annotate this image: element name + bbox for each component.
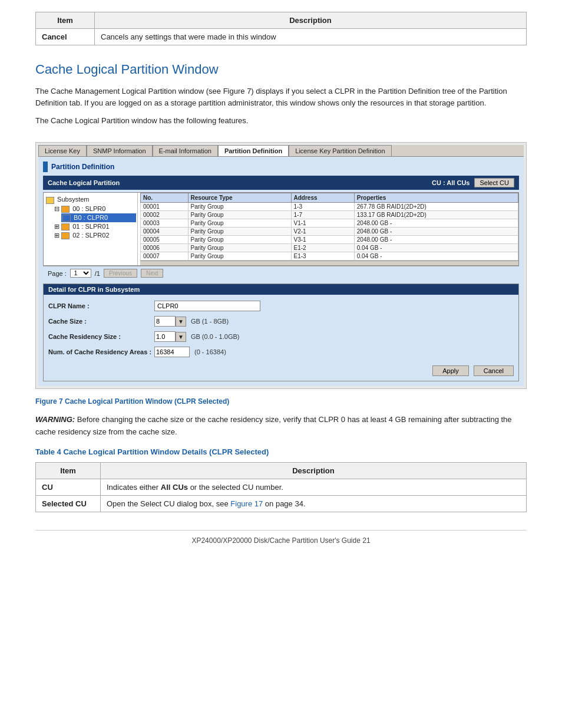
select-cu-button[interactable]: Select CU: [474, 178, 514, 187]
cache-size-hint: GB (1 - 8GB): [191, 318, 229, 325]
desc-selected-cu: Open the Select CU dialog box, see Figur…: [101, 495, 527, 512]
page-of: /1: [95, 270, 100, 277]
top-table: Item Description Cancel Cancels any sett…: [35, 12, 527, 45]
cancel-button[interactable]: Cancel: [474, 365, 514, 376]
tree-panel: Subsystem ⊟ 00 : SLPR0 B0 : CLPR0 ⊞ 01 :…: [44, 193, 138, 265]
warning-label: WARNING:: [35, 415, 75, 424]
num-areas-hint: (0 - 16384): [194, 348, 226, 355]
tab-snmp-info[interactable]: SNMP Information: [87, 145, 153, 156]
table-row: CU Indicates either All CUs or the selec…: [36, 479, 527, 495]
th-properties: Properties: [354, 193, 518, 203]
item-cell: Cancel: [36, 29, 95, 45]
folder-icon: [61, 232, 70, 239]
next-button[interactable]: Next: [141, 269, 164, 278]
resource-table: No. Resource Type Address Properties 000…: [140, 193, 518, 261]
clpr-name-label: CLPR Name :: [48, 302, 154, 309]
col-item-header: Item: [36, 12, 95, 29]
cache-size-row: Cache Size : ▼ GB (1 - 8GB): [48, 316, 514, 327]
bottom-col2-header: Description: [101, 462, 527, 479]
scrollbar[interactable]: [140, 261, 518, 265]
page-controls: Page : 1 /1 Previous Next: [43, 266, 519, 280]
data-table-area: No. Resource Type Address Properties 000…: [140, 193, 518, 265]
figure17-link[interactable]: Figure 17: [230, 499, 263, 508]
bottom-col1-header: Item: [36, 462, 101, 479]
cache-residency-input[interactable]: [154, 331, 176, 342]
num-areas-label: Num. of Cache Residency Areas :: [48, 348, 154, 355]
apply-button[interactable]: Apply: [432, 365, 469, 376]
cache-residency-hint: GB (0.0 - 1.0GB): [191, 333, 240, 340]
item-selected-cu: Selected CU: [36, 495, 101, 512]
table-row: Selected CU Open the Select CU dialog bo…: [36, 495, 527, 512]
body-text-1: The Cache Management Logical Partition w…: [35, 85, 527, 109]
body-text-2: The Cache Logical Partition window has t…: [35, 115, 527, 127]
table-row: 00001Parity Group1-3267.78 GB RAID1(2D+2…: [141, 203, 518, 211]
cu-label: CU : All CUs: [432, 179, 470, 186]
tab-license-key[interactable]: License Key: [38, 145, 87, 156]
clp-header: Cache Logical Partition CU : All CUs Sel…: [43, 176, 519, 190]
folder-icon: [46, 197, 54, 204]
col-desc-header: Description: [95, 12, 527, 29]
cache-residency-dropdown-arrow[interactable]: ▼: [176, 332, 186, 342]
warning-body: Before changing the cache size or the ca…: [35, 415, 512, 436]
bottom-table: Item Description CU Indicates either All…: [35, 462, 527, 512]
main-area: Subsystem ⊟ 00 : SLPR0 B0 : CLPR0 ⊞ 01 :…: [43, 192, 519, 266]
cache-residency-label: Cache Residency Size :: [48, 333, 154, 340]
partition-def-title: Partition Definition: [43, 162, 519, 172]
table-row: 00005Parity GroupV3-12048.00 GB -: [141, 236, 518, 244]
section-title: Cache Logical Partition Window: [35, 62, 527, 77]
detail-section: Detail for CLPR in Subsystem CLPR Name :…: [43, 284, 519, 381]
clpr-name-input[interactable]: [154, 301, 260, 311]
previous-button[interactable]: Previous: [104, 269, 137, 278]
page-select[interactable]: 1: [70, 269, 91, 278]
clp-title: Cache Logical Partition: [48, 179, 120, 186]
tree-node-slpr02[interactable]: ⊞ 02 : SLPR02: [53, 231, 136, 240]
th-type: Resource Type: [188, 193, 291, 203]
folder-icon: [62, 215, 71, 222]
table-row: 00003Parity GroupV1-12048.00 GB -: [141, 219, 518, 228]
cache-size-input[interactable]: [154, 316, 176, 327]
tree-node-slpr01[interactable]: ⊞ 01 : SLPR01: [53, 222, 136, 231]
tab-license-key-partition[interactable]: License Key Partition Definition: [289, 145, 391, 156]
num-areas-input[interactable]: [154, 347, 190, 357]
figure-caption: Figure 7 Cache Logical Partition Window …: [35, 397, 527, 406]
cache-size-dropdown-arrow[interactable]: ▼: [176, 317, 186, 327]
table-row: 00002Parity Group1-7133.17 GB RAID1(2D+2…: [141, 211, 518, 219]
clp-header-right: CU : All CUs Select CU: [432, 178, 514, 187]
table-row: 00007Parity GroupE1-30.04 GB -: [141, 252, 518, 261]
cache-residency-row: Cache Residency Size : ▼ GB (0.0 - 1.0GB…: [48, 331, 514, 342]
th-address: Address: [291, 193, 354, 203]
tab-email-info[interactable]: E-mail Information: [153, 145, 218, 156]
table4-heading: Table 4 Cache Logical Partition Window D…: [35, 447, 527, 456]
num-areas-row: Num. of Cache Residency Areas : (0 - 163…: [48, 347, 514, 357]
table-row: Cancel Cancels any settings that were ma…: [36, 29, 527, 45]
desc-cu: Indicates either All CUs or the selected…: [101, 479, 527, 495]
screenshot-box: License Key SNMP Information E-mail Info…: [35, 142, 527, 389]
window-tabs: License Key SNMP Information E-mail Info…: [38, 145, 524, 157]
window-body: Partition Definition Cache Logical Parti…: [38, 157, 524, 386]
page-label: Page :: [48, 270, 67, 277]
blue-bar-icon: [43, 162, 48, 172]
folder-icon: [61, 223, 70, 230]
table-row: 00004Parity GroupV2-12048.00 GB -: [141, 228, 518, 236]
detail-actions: Apply Cancel: [48, 363, 514, 376]
warning-text: WARNING: Before changing the cache size …: [35, 414, 527, 437]
tree-node-clpr0[interactable]: B0 : CLPR0: [61, 213, 136, 222]
clpr-name-row: CLPR Name :: [48, 301, 514, 311]
folder-icon: [61, 206, 70, 213]
table-row: 00006Parity GroupE1-20.04 GB -: [141, 244, 518, 252]
tree-root[interactable]: Subsystem: [45, 195, 136, 204]
all-cus-bold: All CUs: [161, 483, 188, 492]
cache-size-label: Cache Size :: [48, 318, 154, 325]
page-footer: XP24000/XP20000 Disk/Cache Partition Use…: [35, 530, 527, 545]
item-cu: CU: [36, 479, 101, 495]
th-no: No.: [141, 193, 189, 203]
tab-partition-def[interactable]: Partition Definition: [218, 145, 289, 156]
desc-cell: Cancels any settings that were made in t…: [95, 29, 527, 45]
tree-node-slpr0[interactable]: ⊟ 00 : SLPR0: [53, 205, 136, 213]
detail-title: Detail for CLPR in Subsystem: [44, 284, 518, 295]
